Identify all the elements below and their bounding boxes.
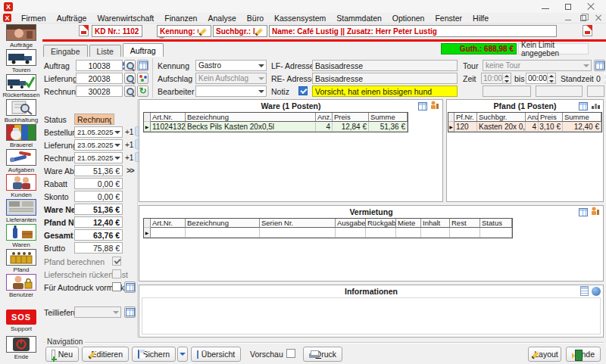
informationen-note-icon[interactable] [580, 286, 589, 296]
auftrag-search-button[interactable] [124, 60, 136, 71]
pfand-table-row[interactable]: ▶ 120 Kasten 20x 0,08 € 4 3,10 € 12,40 € [448, 122, 601, 132]
status-value-field[interactable]: Rechnung [74, 114, 114, 125]
ware-absolut-more[interactable]: >> [127, 166, 134, 175]
menu-warenwirtschaft[interactable]: Warenwirtschaft [92, 14, 159, 23]
menu-analyse[interactable]: Analyse [202, 14, 241, 23]
navigation-groove [43, 342, 604, 344]
ware-window-icon[interactable] [418, 102, 427, 110]
kennung-select[interactable]: Gastro [195, 60, 267, 71]
skonto-field[interactable]: 0,00 € [74, 191, 123, 202]
rechnung-date-select[interactable]: 21.05.2025 [74, 152, 123, 163]
ware-panel-title: Ware (1 Posten) [139, 100, 442, 111]
bestellung-plus-one[interactable]: +1 [125, 128, 133, 136]
auftrag-number-field[interactable]: 10038 [76, 60, 123, 71]
druck-button[interactable]: Druck [303, 347, 342, 362]
customer-suchbegriff-field[interactable]: Suchbgr.: LUSTIG [213, 25, 267, 37]
notiz-field[interactable]: Vorsicht, hat einen bissigen hund [312, 86, 458, 97]
standzeit-spinner[interactable] [602, 73, 606, 84]
window-maximize-icon[interactable] [564, 3, 572, 11]
re-adresse-field[interactable]: Basisadresse [312, 73, 458, 84]
sidebar-item-lieferanten[interactable]: Lieferanten [6, 199, 36, 223]
rechnung-number-field[interactable]: 30028 [76, 86, 123, 97]
new-doc-icon [52, 350, 55, 359]
bearbeiter-select[interactable] [195, 86, 267, 97]
sidebar-item-aufgaben[interactable]: Aufgaben [6, 149, 36, 173]
mdi-restore-icon[interactable] [580, 15, 586, 21]
pfand-stats-icon[interactable] [591, 101, 601, 111]
uebersicht-button[interactable]: Übersicht [191, 347, 241, 362]
edit-pencil-icon[interactable] [198, 26, 208, 36]
mdi-minimize-icon[interactable] [565, 15, 571, 21]
vermietung-empty-row[interactable]: ▶ [144, 228, 512, 238]
menu-kassensystem[interactable]: Kassensystem [269, 14, 331, 23]
customer-kennung-field[interactable]: Kennung: GASTRO [157, 25, 211, 37]
sidebar-item-pfand[interactable]: Pfand [6, 249, 36, 273]
user-lock-icon [6, 274, 36, 291]
sidebar-item-benutzer[interactable]: Benutzer [6, 274, 36, 298]
menu-hilfe[interactable]: Hilfe [467, 14, 494, 23]
rechnung-search-button[interactable] [124, 86, 136, 97]
zeit-label: Zeit [463, 74, 476, 83]
sidebar-item-auftraege[interactable]: Aufträge [6, 24, 36, 48]
menu-firmen[interactable]: Firmen [16, 14, 52, 23]
menu-fenster[interactable]: Fenster [430, 14, 467, 23]
menu-auftraege[interactable]: Aufträge [52, 14, 92, 23]
lieferung-dots-button[interactable] [137, 73, 148, 84]
mdi-close-icon[interactable] [595, 15, 601, 21]
tour-table-button[interactable] [594, 60, 605, 71]
vermietung-window-icon[interactable] [579, 208, 588, 216]
vorschau-checkbox[interactable] [286, 349, 295, 358]
notiz-checkbox[interactable] [298, 86, 308, 95]
window-close-icon[interactable] [587, 3, 595, 11]
teillieferung-table-button[interactable] [124, 306, 136, 318]
sidebar-item-touren[interactable]: Touren [6, 49, 36, 73]
pdf-icon[interactable] [583, 25, 592, 36]
edit-pencil-icon[interactable] [255, 26, 264, 36]
tour-extra-field-1 [483, 86, 531, 97]
neu-button[interactable]: Neu [45, 347, 79, 362]
ware-table-row[interactable]: ▶ 11024132 Becks Pils Kasten 20x0,5l 4 1… [144, 122, 408, 132]
ende-button[interactable]: Ende [566, 347, 601, 362]
editieren-button[interactable]: Editieren [82, 347, 129, 362]
auftrag-table-button[interactable] [137, 60, 148, 71]
sidebar-item-rueckerfassen[interactable]: Rückerfassen [3, 74, 40, 98]
rabatt-field[interactable]: 0,00 € [74, 178, 123, 189]
sidebar-item-ende[interactable]: Ende [6, 336, 36, 360]
menu-finanzen[interactable]: Finanzen [159, 14, 202, 23]
teillieferung-select [74, 306, 121, 318]
sidebar-item-brauerei[interactable]: Brauerei [6, 124, 36, 148]
sidebar-item-support[interactable]: SOS Support [6, 310, 36, 332]
zeit-bis-spinner[interactable]: 00:00 [526, 73, 556, 84]
autodruck-checkbox[interactable] [112, 282, 121, 291]
vermietung-stats-icon[interactable] [591, 207, 601, 217]
menu-stammdaten[interactable]: Stammdaten [331, 14, 387, 23]
lieferung-date-select[interactable]: 23.05.2025 [74, 139, 123, 151]
lieferung-plus-one[interactable]: +1 [125, 141, 133, 149]
sidebar-item-waren[interactable]: Waren [6, 224, 36, 248]
pfand-window-icon[interactable] [579, 102, 588, 110]
ware-stats-icon[interactable] [430, 101, 440, 111]
menu-buero[interactable]: Büro [242, 14, 269, 23]
informationen-body[interactable] [142, 297, 601, 334]
pdf-export-icon[interactable] [79, 25, 89, 36]
autodruck-table-button[interactable] [124, 282, 136, 293]
lieferung-number-field[interactable]: 20038 [76, 73, 123, 84]
informationen-ball-icon[interactable] [592, 287, 601, 296]
customer-number-field[interactable]: KD Nr.: 1102 [92, 25, 142, 37]
tab-eingabe[interactable]: Eingabe [43, 45, 88, 57]
layout-button[interactable]: Layout [528, 347, 561, 362]
lieferung-search-button[interactable] [124, 73, 136, 84]
tab-auftrag[interactable]: Auftrag [123, 43, 164, 57]
tab-strip: Eingabe Liste Auftrag [43, 43, 165, 57]
sichern-button[interactable]: Sichern [132, 347, 176, 362]
sichern-dropdown-button[interactable] [177, 347, 188, 362]
rechnung-plus-one[interactable]: +1 [125, 154, 133, 162]
sidebar-item-kunden[interactable]: Kunden [6, 174, 36, 198]
rechnung-refresh-button[interactable]: ↻ [137, 86, 148, 97]
window-minimize-icon[interactable] [542, 3, 549, 11]
sidebar-item-buchhaltung[interactable]: Buchhaltung [5, 99, 38, 123]
lf-adresse-field[interactable]: Basisadresse [312, 60, 458, 71]
menu-optionen[interactable]: Optionen [387, 14, 430, 23]
bestellung-date-select[interactable]: 21.05.2025 [74, 126, 123, 138]
tab-liste[interactable]: Liste [89, 45, 121, 57]
